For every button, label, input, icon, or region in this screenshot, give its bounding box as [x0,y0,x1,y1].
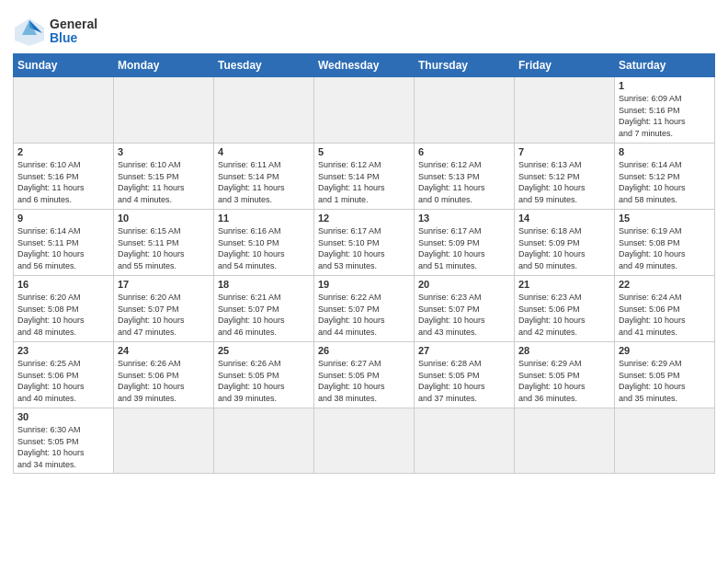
calendar-day-cell: 23Sunrise: 6:25 AM Sunset: 5:06 PM Dayli… [14,342,114,408]
weekday-header-wednesday: Wednesday [314,54,415,77]
calendar-day-cell: 5Sunrise: 6:12 AM Sunset: 5:14 PM Daylig… [314,144,415,210]
day-number: 30 [17,411,109,422]
day-info: Sunrise: 6:16 AM Sunset: 5:10 PM Dayligh… [218,226,285,270]
calendar-day-cell: 24Sunrise: 6:26 AM Sunset: 5:06 PM Dayli… [114,342,214,408]
day-info: Sunrise: 6:18 AM Sunset: 5:09 PM Dayligh… [518,226,586,270]
day-info: Sunrise: 6:10 AM Sunset: 5:16 PM Dayligh… [17,160,85,204]
day-number: 19 [318,279,410,290]
day-number: 26 [318,345,410,356]
day-number: 15 [619,213,711,224]
calendar-week-row: 16Sunrise: 6:20 AM Sunset: 5:08 PM Dayli… [14,276,715,342]
calendar-day-cell [214,77,314,144]
day-number: 14 [518,213,610,224]
weekday-header-row: SundayMondayTuesdayWednesdayThursdayFrid… [14,54,715,77]
day-info: Sunrise: 6:10 AM Sunset: 5:15 PM Dayligh… [118,160,185,204]
calendar-week-row: 9Sunrise: 6:14 AM Sunset: 5:11 PM Daylig… [14,210,715,276]
day-number: 12 [318,213,410,224]
day-info: Sunrise: 6:17 AM Sunset: 5:10 PM Dayligh… [318,226,385,270]
calendar-day-cell [415,77,515,144]
calendar-day-cell [314,77,415,144]
day-number: 10 [118,213,210,224]
day-number: 13 [418,213,510,224]
weekday-header-saturday: Saturday [615,54,715,77]
logo-area: General Blue [13,9,97,48]
day-number: 17 [118,279,210,290]
day-info: Sunrise: 6:14 AM Sunset: 5:12 PM Dayligh… [619,160,686,204]
weekday-header-thursday: Thursday [415,54,515,77]
day-info: Sunrise: 6:13 AM Sunset: 5:12 PM Dayligh… [518,160,586,204]
day-info: Sunrise: 6:15 AM Sunset: 5:11 PM Dayligh… [118,226,185,270]
day-info: Sunrise: 6:09 AM Sunset: 5:16 PM Dayligh… [619,94,686,138]
calendar-day-cell [314,408,415,474]
calendar-week-row: 1Sunrise: 6:09 AM Sunset: 5:16 PM Daylig… [14,77,715,144]
calendar-day-cell: 15Sunrise: 6:19 AM Sunset: 5:08 PM Dayli… [615,210,715,276]
weekday-header-tuesday: Tuesday [214,54,314,77]
calendar-day-cell: 19Sunrise: 6:22 AM Sunset: 5:07 PM Dayli… [314,276,415,342]
calendar-day-cell [515,77,615,144]
day-number: 23 [17,345,109,356]
day-number: 1 [619,80,711,91]
day-info: Sunrise: 6:12 AM Sunset: 5:13 PM Dayligh… [418,160,485,204]
calendar-day-cell: 26Sunrise: 6:27 AM Sunset: 5:05 PM Dayli… [314,342,415,408]
calendar-day-cell: 9Sunrise: 6:14 AM Sunset: 5:11 PM Daylig… [14,210,114,276]
page: General Blue SundayMondayTuesdayWednesda… [0,0,728,563]
calendar-day-cell: 6Sunrise: 6:12 AM Sunset: 5:13 PM Daylig… [415,144,515,210]
day-info: Sunrise: 6:14 AM Sunset: 5:11 PM Dayligh… [17,226,85,270]
day-info: Sunrise: 6:28 AM Sunset: 5:05 PM Dayligh… [418,359,485,403]
day-number: 3 [118,146,210,157]
day-info: Sunrise: 6:17 AM Sunset: 5:09 PM Dayligh… [418,226,485,270]
day-number: 25 [218,345,310,356]
day-info: Sunrise: 6:29 AM Sunset: 5:05 PM Dayligh… [619,359,686,403]
calendar-day-cell [415,408,515,474]
calendar-day-cell: 3Sunrise: 6:10 AM Sunset: 5:15 PM Daylig… [114,144,214,210]
calendar-day-cell: 18Sunrise: 6:21 AM Sunset: 5:07 PM Dayli… [214,276,314,342]
logo: General Blue [13,15,97,48]
day-number: 8 [619,146,711,157]
calendar-week-row: 30Sunrise: 6:30 AM Sunset: 5:05 PM Dayli… [14,408,715,474]
day-info: Sunrise: 6:23 AM Sunset: 5:07 PM Dayligh… [418,293,485,337]
day-number: 6 [418,146,510,157]
day-info: Sunrise: 6:25 AM Sunset: 5:06 PM Dayligh… [17,359,85,403]
day-number: 28 [518,345,610,356]
calendar-day-cell: 11Sunrise: 6:16 AM Sunset: 5:10 PM Dayli… [214,210,314,276]
calendar-day-cell: 21Sunrise: 6:23 AM Sunset: 5:06 PM Dayli… [515,276,615,342]
day-number: 16 [17,279,109,290]
day-info: Sunrise: 6:30 AM Sunset: 5:05 PM Dayligh… [17,425,85,469]
day-info: Sunrise: 6:24 AM Sunset: 5:06 PM Dayligh… [619,293,686,337]
calendar-day-cell [114,408,214,474]
day-info: Sunrise: 6:19 AM Sunset: 5:08 PM Dayligh… [619,226,686,270]
calendar-day-cell: 2Sunrise: 6:10 AM Sunset: 5:16 PM Daylig… [14,144,114,210]
calendar-day-cell: 25Sunrise: 6:26 AM Sunset: 5:05 PM Dayli… [214,342,314,408]
day-number: 9 [17,213,109,224]
day-info: Sunrise: 6:20 AM Sunset: 5:07 PM Dayligh… [118,293,185,337]
day-info: Sunrise: 6:11 AM Sunset: 5:14 PM Dayligh… [218,160,285,204]
day-info: Sunrise: 6:12 AM Sunset: 5:14 PM Dayligh… [318,160,385,204]
day-number: 7 [518,146,610,157]
weekday-header-monday: Monday [114,54,214,77]
day-number: 29 [619,345,711,356]
calendar-day-cell [114,77,214,144]
day-number: 22 [619,279,711,290]
day-number: 20 [418,279,510,290]
day-number: 27 [418,345,510,356]
day-info: Sunrise: 6:29 AM Sunset: 5:05 PM Dayligh… [518,359,586,403]
day-info: Sunrise: 6:27 AM Sunset: 5:05 PM Dayligh… [318,359,385,403]
calendar-day-cell: 17Sunrise: 6:20 AM Sunset: 5:07 PM Dayli… [114,276,214,342]
calendar-day-cell: 28Sunrise: 6:29 AM Sunset: 5:05 PM Dayli… [515,342,615,408]
day-info: Sunrise: 6:26 AM Sunset: 5:05 PM Dayligh… [218,359,285,403]
calendar-day-cell: 10Sunrise: 6:15 AM Sunset: 5:11 PM Dayli… [114,210,214,276]
calendar-day-cell: 30Sunrise: 6:30 AM Sunset: 5:05 PM Dayli… [14,408,114,474]
calendar-day-cell: 12Sunrise: 6:17 AM Sunset: 5:10 PM Dayli… [314,210,415,276]
calendar-table: SundayMondayTuesdayWednesdayThursdayFrid… [13,53,715,474]
calendar-day-cell: 4Sunrise: 6:11 AM Sunset: 5:14 PM Daylig… [214,144,314,210]
day-number: 2 [17,146,109,157]
day-info: Sunrise: 6:21 AM Sunset: 5:07 PM Dayligh… [218,293,285,337]
calendar-day-cell: 22Sunrise: 6:24 AM Sunset: 5:06 PM Dayli… [615,276,715,342]
header: General Blue [13,9,715,48]
day-info: Sunrise: 6:26 AM Sunset: 5:06 PM Dayligh… [118,359,185,403]
day-number: 24 [118,345,210,356]
calendar-day-cell: 8Sunrise: 6:14 AM Sunset: 5:12 PM Daylig… [615,144,715,210]
day-number: 5 [318,146,410,157]
day-number: 21 [518,279,610,290]
calendar-day-cell [14,77,114,144]
